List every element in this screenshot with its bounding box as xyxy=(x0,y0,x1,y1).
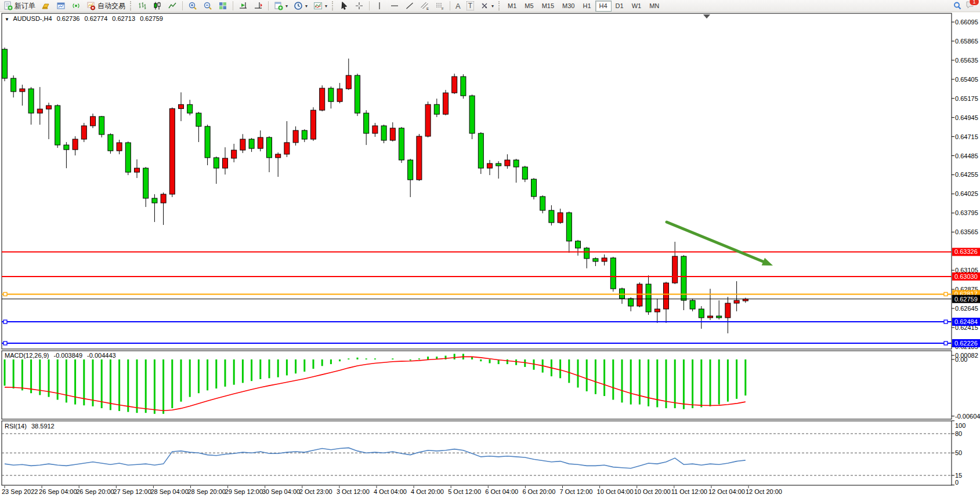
chart-window-button[interactable] xyxy=(54,0,68,12)
candlestick-button[interactable] xyxy=(150,0,164,12)
crosshair-tool-button[interactable] xyxy=(352,0,366,12)
time-tick-label: 28 Sep 20:00 xyxy=(188,488,226,495)
chevron-down-icon: ▾ xyxy=(305,3,308,9)
line-chart-icon xyxy=(168,1,177,10)
bar-chart-button[interactable] xyxy=(135,0,149,12)
candle-down xyxy=(125,143,131,172)
new-order-label: 新订单 xyxy=(15,1,35,11)
timeframe-w1[interactable]: W1 xyxy=(628,1,646,12)
candle-down xyxy=(399,128,404,160)
search-icon[interactable] xyxy=(953,1,962,10)
periods-button[interactable]: ▾ xyxy=(291,0,310,12)
timeframe-h4[interactable]: H4 xyxy=(595,1,612,12)
zoom-out-button[interactable] xyxy=(201,0,215,12)
line-chart-button[interactable] xyxy=(165,0,179,12)
macd-signal-value: -0.004443 xyxy=(87,352,116,359)
timeframe-m5[interactable]: M5 xyxy=(520,1,537,12)
notifications-button[interactable]: 1 xyxy=(965,0,975,12)
candle-down xyxy=(434,104,439,114)
level-price-badge: 0.63326 xyxy=(952,248,980,256)
channel-tool-button[interactable]: E xyxy=(418,0,432,12)
price-tick-label: 0.65175 xyxy=(955,95,978,102)
chart-canvas[interactable]: 0.660950.658650.656350.654050.651750.649… xyxy=(0,0,980,498)
timeframe-mn[interactable]: MN xyxy=(645,1,663,12)
cursor-tool-button[interactable] xyxy=(337,0,351,12)
line-handle[interactable] xyxy=(944,320,948,323)
candle-up xyxy=(91,117,96,126)
line-handle[interactable] xyxy=(3,320,7,323)
time-tick-label: 12 Oct 20:00 xyxy=(746,488,782,495)
candle-up xyxy=(664,283,669,309)
time-tick-label: 11 Oct 12:00 xyxy=(671,488,707,495)
price-tick-label: 0.62645 xyxy=(955,305,978,312)
candle-up xyxy=(425,104,431,136)
level-price-badge: 0.62226 xyxy=(952,339,980,347)
indicators-button[interactable]: ▾ xyxy=(311,0,330,12)
line-handle[interactable] xyxy=(3,292,7,296)
fibonacci-tool-button[interactable]: F xyxy=(433,0,447,12)
candle-down xyxy=(11,78,16,92)
candle-down xyxy=(496,163,501,166)
candle-down xyxy=(152,198,157,203)
line-handle[interactable] xyxy=(944,341,948,345)
candle-up xyxy=(708,316,713,318)
channel-sub-label: E xyxy=(426,7,429,10)
candle-down xyxy=(469,96,475,133)
time-tick-label: 12 Oct 04:00 xyxy=(708,488,745,495)
candle-down xyxy=(302,130,307,139)
auto-scroll-button[interactable] xyxy=(236,0,250,12)
toolbar-grip xyxy=(332,1,335,10)
time-tick-label: 28 Sep 04:00 xyxy=(150,488,188,495)
rsi-name: RSI(14) xyxy=(5,423,27,430)
candle-down xyxy=(355,75,360,113)
zoom-in-button[interactable] xyxy=(186,0,200,12)
arrows-tool-button[interactable]: ▾ xyxy=(478,0,496,12)
trendline-icon xyxy=(405,1,414,10)
new-order-button[interactable]: 新订单 xyxy=(1,0,38,12)
candle-up xyxy=(232,150,237,158)
fibonacci-icon: F xyxy=(435,1,444,10)
chart-shift-button[interactable] xyxy=(251,0,265,12)
candle-up xyxy=(223,158,228,168)
auto-trading-icon xyxy=(86,1,96,10)
candle-down xyxy=(2,49,8,78)
toolbar-separator xyxy=(268,1,269,10)
chevron-down-icon: ▾ xyxy=(325,3,327,9)
candle-down xyxy=(196,113,201,126)
candle-up xyxy=(169,108,175,194)
window-menu-icon[interactable]: ▼ xyxy=(5,17,9,22)
timeframe-d1[interactable]: D1 xyxy=(612,1,628,12)
macd-name: MACD(12,26,9) xyxy=(5,352,49,359)
text-tool-button[interactable]: A xyxy=(453,0,463,12)
timeframe-m30[interactable]: M30 xyxy=(558,1,578,12)
candle-down xyxy=(205,126,210,158)
new-chart-button[interactable]: ▾ xyxy=(272,0,290,12)
price-tick-label: 0.66095 xyxy=(955,19,978,26)
trendline-tool-button[interactable] xyxy=(403,0,417,12)
auto-trading-button[interactable]: 自动交易 xyxy=(84,0,128,12)
rsi-axis-label: 0 xyxy=(955,479,959,486)
candle-up xyxy=(337,89,342,101)
tile-windows-button[interactable] xyxy=(216,0,230,12)
vertical-line-tool-button[interactable] xyxy=(373,0,386,12)
candle-up xyxy=(373,126,378,133)
horizontal-line-tool-button[interactable] xyxy=(388,0,402,12)
level-price-badge-text: 0.62226 xyxy=(954,340,978,347)
price-tick-label: 0.65405 xyxy=(955,76,978,83)
timeframe-m15[interactable]: M15 xyxy=(538,1,558,12)
timeframe-h1[interactable]: H1 xyxy=(578,1,595,12)
gold-button[interactable] xyxy=(39,0,53,12)
time-tick-label: 23 Sep 2022 xyxy=(2,488,38,495)
label-tool-button[interactable]: T xyxy=(464,0,476,12)
rsi-label: RSI(14) 38.5912 xyxy=(5,423,55,430)
timeframe-m1[interactable]: M1 xyxy=(504,1,520,12)
signal-button[interactable] xyxy=(69,0,83,12)
toolbar-separator xyxy=(450,1,450,10)
line-handle[interactable] xyxy=(944,292,948,296)
candle-down xyxy=(381,126,386,140)
periods-clock-icon xyxy=(294,1,303,10)
line-handle[interactable] xyxy=(3,341,7,345)
quote-low: 0.62713 xyxy=(112,15,135,22)
price-tick-label: 0.65865 xyxy=(955,38,978,45)
text-icon: A xyxy=(455,2,461,10)
